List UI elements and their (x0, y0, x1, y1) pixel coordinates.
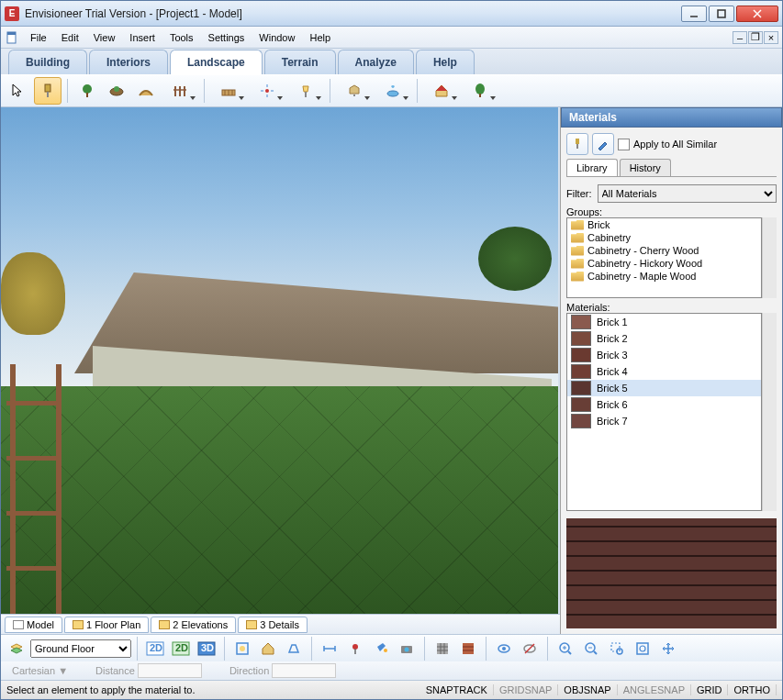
filter-select[interactable]: All Materials (598, 184, 777, 203)
material-item[interactable]: Brick 4 (567, 363, 761, 380)
apply-all-checkbox[interactable] (618, 139, 630, 150)
material-item[interactable]: Brick 3 (567, 347, 761, 363)
titlebar: E Envisioneer Trial Version - [Project1 … (1, 1, 782, 27)
material-item[interactable]: Brick 5 (567, 380, 761, 396)
status-toggle-ortho[interactable]: ORTHO (728, 684, 777, 695)
svg-rect-46 (437, 643, 448, 654)
zoom-in-icon[interactable] (554, 637, 577, 661)
menu-settings[interactable]: Settings (201, 30, 252, 45)
layers-icon[interactable] (5, 637, 28, 661)
view-tabs: Model1 Floor Plan2 Elevations3 Details (1, 614, 560, 634)
status-toggle-gridsnap[interactable]: GRIDSNAP (494, 684, 558, 695)
lighting-tool[interactable] (287, 77, 324, 105)
material-library-icon[interactable] (456, 637, 480, 661)
materials-tab-history[interactable]: History (620, 159, 671, 176)
menu-help[interactable]: Help (302, 30, 338, 45)
show-icon[interactable] (492, 637, 516, 661)
mdi-restore-button[interactable]: ❐ (748, 31, 763, 44)
2d-view-button[interactable]: 2D (143, 637, 167, 661)
groups-list[interactable]: BrickCabinetryCabinetry - Cherry WoodCab… (566, 217, 762, 298)
plant-tool[interactable] (73, 77, 101, 105)
ribbon-tab-terrain[interactable]: Terrain (264, 50, 336, 74)
svg-point-39 (240, 646, 245, 651)
perspective-icon[interactable] (282, 637, 306, 661)
menu-edit[interactable]: Edit (54, 30, 86, 45)
svg-line-59 (568, 651, 571, 654)
furniture-tool[interactable] (336, 77, 373, 105)
menu-view[interactable]: View (86, 30, 123, 45)
deck-tool[interactable] (210, 77, 247, 105)
zoom-fit-icon[interactable] (631, 637, 654, 661)
material-item[interactable]: Brick 2 (567, 330, 761, 347)
distance-input[interactable] (138, 663, 202, 678)
material-item[interactable]: Brick 1 (567, 314, 761, 330)
status-toggle-anglesnap[interactable]: ANGLESNAP (618, 684, 691, 695)
view-tab-3-details[interactable]: 3 Details (238, 617, 308, 633)
group-item[interactable]: Cabinetry - Hickory Wood (567, 257, 761, 270)
3d-viewport[interactable] (1, 107, 560, 614)
zoom-extents-icon[interactable] (230, 637, 254, 661)
home-view-icon[interactable] (256, 637, 280, 661)
minimize-button[interactable] (681, 6, 707, 22)
document-icon (5, 30, 19, 45)
pan-icon[interactable] (656, 637, 680, 661)
structure-tool[interactable] (423, 77, 460, 105)
dimension-icon[interactable] (318, 637, 341, 661)
water-feature-tool[interactable] (375, 77, 411, 105)
ribbon-tab-analyze[interactable]: Analyze (338, 50, 414, 74)
menu-window[interactable]: Window (252, 30, 302, 45)
fence-tool[interactable] (162, 77, 198, 105)
hide-icon[interactable] (518, 637, 542, 661)
material-item[interactable]: Brick 7 (567, 413, 761, 429)
ribbon-tab-help[interactable]: Help (416, 50, 475, 74)
paint-bucket-icon[interactable] (369, 637, 393, 661)
2d-rendered-button[interactable]: 2D (169, 637, 193, 661)
materials-list[interactable]: Brick 1Brick 2Brick 3Brick 4Brick 5Brick… (566, 313, 762, 511)
group-item[interactable]: Cabinetry - Maple Wood (567, 270, 761, 283)
materials-tab-library[interactable]: Library (566, 159, 618, 176)
svg-text:3D: 3D (201, 642, 214, 653)
texture-icon[interactable] (431, 637, 454, 661)
menu-file[interactable]: File (23, 30, 54, 45)
group-item[interactable]: Cabinetry (567, 231, 761, 244)
view-tab-model[interactable]: Model (5, 617, 62, 633)
pin-icon[interactable] (343, 637, 367, 661)
menu-insert[interactable]: Insert (122, 30, 162, 45)
status-toggle-objsnap[interactable]: OBJSNAP (558, 684, 617, 695)
ribbon-tab-building[interactable]: Building (8, 50, 87, 74)
svg-point-27 (387, 91, 398, 96)
group-item[interactable]: Cabinetry - Cherry Wood (567, 244, 761, 257)
coord-system-label[interactable]: Cartesian (12, 665, 55, 676)
zoom-out-icon[interactable] (579, 637, 603, 661)
edging-tool[interactable] (132, 77, 160, 105)
status-toggle-snaptrack[interactable]: SNAPTRACK (420, 684, 494, 695)
garden-bed-tool[interactable] (103, 77, 130, 105)
direction-label: Direction (229, 665, 269, 676)
paintbrush-icon[interactable] (566, 133, 588, 155)
select-tool[interactable] (5, 77, 32, 105)
groups-scrollbar[interactable] (762, 217, 777, 298)
ribbon-tab-landscape[interactable]: Landscape (170, 50, 263, 74)
menu-tools[interactable]: Tools (162, 30, 201, 45)
group-item[interactable]: Brick (567, 218, 761, 231)
zoom-window-icon[interactable] (605, 637, 629, 661)
materials-scrollbar[interactable] (762, 313, 777, 511)
mdi-close-button[interactable]: × (764, 31, 778, 44)
view-tab-1-floor-plan[interactable]: 1 Floor Plan (64, 617, 149, 633)
material-item[interactable]: Brick 6 (567, 396, 761, 413)
paint-material-tool[interactable] (34, 77, 62, 105)
3d-view-button[interactable]: 3D (195, 637, 218, 661)
close-button[interactable] (736, 6, 778, 22)
eyedropper-icon[interactable] (592, 133, 614, 155)
floor-selector[interactable]: Ground Floor (30, 639, 131, 658)
tree-tool[interactable] (462, 77, 498, 105)
view-tab-2-elevations[interactable]: 2 Elevations (151, 617, 236, 633)
mdi-minimize-button[interactable]: – (733, 31, 747, 44)
ribbon-tab-interiors[interactable]: Interiors (89, 50, 168, 74)
status-toggle-grid[interactable]: GRID (691, 684, 729, 695)
camera-icon[interactable] (395, 637, 419, 661)
svg-point-26 (353, 94, 355, 96)
direction-input[interactable] (272, 663, 336, 678)
irrigation-tool[interactable] (249, 77, 285, 105)
maximize-button[interactable] (709, 6, 734, 22)
